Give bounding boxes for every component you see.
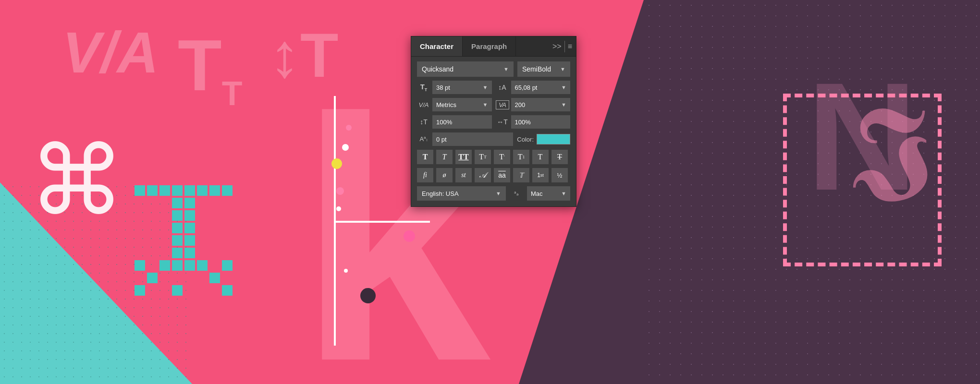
tab-paragraph[interactable]: Paragraph (463, 36, 516, 56)
ot-btn-swash[interactable]: 𝒜 (475, 168, 491, 182)
font-size-value: 38 pt (436, 84, 450, 91)
font-size-icon: TT (417, 83, 430, 92)
leading-input[interactable]: 65,08 pt ▼ (511, 81, 571, 94)
font-size-chevron-icon: ▼ (483, 84, 488, 90)
antialias-label: ᵃₐ (514, 190, 519, 197)
expand-icon[interactable]: >> (552, 42, 562, 51)
vertical-scale-icon: ↕T (417, 118, 430, 126)
baseline-input[interactable]: 0 pt (432, 132, 513, 146)
dashed-selection-rect (783, 94, 942, 266)
white-dot-2 (336, 206, 341, 211)
type-style-row: T T TT TT T' T1 T T (417, 150, 570, 164)
pink-dot-2 (404, 230, 415, 242)
kerning-value-icon: VA (496, 100, 509, 109)
horizontal-scale-value: 100% (515, 119, 531, 126)
horizontal-scale-input[interactable]: 100% (511, 115, 571, 129)
tab-paragraph-label: Paragraph (471, 42, 507, 50)
color-group: Color: (517, 134, 570, 144)
style-btn-subscript[interactable]: TT (475, 150, 491, 164)
baseline-icon: Aa↕ (417, 135, 430, 143)
horizontal-scale-group: ↔T 100% (496, 115, 571, 129)
tab-character-label: Character (420, 42, 453, 50)
panel-body: Quicksand ▼ SemiBold ▼ TT 38 pt ▼ ↕A 65,… (411, 57, 576, 206)
dark-dot-1 (360, 288, 376, 303)
ot-btn-ligature[interactable]: fi (417, 168, 433, 182)
kerning-value-display: 200 (515, 101, 526, 108)
kerning-value-chevron-icon: ▼ (561, 102, 566, 108)
style-btn-bold[interactable]: T (417, 150, 433, 164)
character-panel: Character Paragraph >> ≡ Quicksand ▼ Sem… (411, 36, 576, 207)
font-family-value: Quicksand (422, 65, 453, 73)
font-family-chevron-icon: ▼ (503, 66, 509, 72)
baseline-color-row: Aa↕ 0 pt Color: (417, 132, 570, 146)
yellow-dot (331, 158, 342, 169)
font-size-group: TT 38 pt ▼ (417, 81, 492, 94)
white-dot (342, 144, 349, 151)
ot-btn-oldstyle[interactable]: ø (436, 168, 453, 182)
opentype-row: fi ø st 𝒜 aa 𝕋 1st ½ (417, 168, 570, 182)
font-size-leading-row: TT 38 pt ▼ ↕A 65,08 pt ▼ (417, 81, 570, 94)
antialias-icon: ᵃₐ (510, 190, 523, 197)
pixel-art-t (135, 185, 234, 298)
kerning-type-chevron-icon: ▼ (483, 102, 488, 108)
kerning-value-input[interactable]: 200 ▼ (511, 98, 571, 111)
style-btn-underline[interactable]: TT (455, 150, 472, 164)
ot-btn-historical[interactable]: st (455, 168, 472, 182)
vertical-scale-input[interactable]: 100% (432, 115, 492, 129)
baseline-group: Aa↕ 0 pt (417, 132, 513, 146)
vertical-scale-value: 100% (436, 119, 452, 126)
baseline-value: 0 pt (436, 136, 447, 143)
antialias-select[interactable]: Mac ▼ (527, 186, 570, 201)
pink-dot-1 (336, 187, 344, 195)
font-size-input[interactable]: 38 pt ▼ (432, 81, 492, 94)
horizontal-line-decoration (334, 221, 430, 223)
antialias-chevron-icon: ▼ (561, 191, 566, 196)
language-antialias-row: English: USA ▼ ᵃₐ Mac ▼ (417, 186, 570, 201)
horizontal-scale-icon: ↔T (496, 118, 509, 126)
leading-value: 65,08 pt (515, 84, 538, 91)
scale-row: ↕T 100% ↔T 100% (417, 115, 570, 129)
menu-icon[interactable]: ≡ (568, 42, 572, 51)
language-chevron-icon: ▼ (496, 191, 501, 196)
kerning-icon: V/A (417, 101, 430, 108)
style-btn-italic[interactable]: T (436, 150, 453, 164)
font-weight-value: SemiBold (522, 65, 551, 73)
white-dot-3 (344, 269, 348, 273)
antialias-value: Mac (531, 190, 543, 197)
ot-btn-ordinal[interactable]: 1st (532, 168, 549, 182)
font-weight-chevron-icon: ▼ (560, 66, 565, 72)
ot-btn-italic-caps[interactable]: 𝕋 (513, 168, 529, 182)
vertical-scale-group: ↕T 100% (417, 115, 492, 129)
panel-tab-icons: >> ≡ (552, 41, 576, 52)
tab-character[interactable]: Character (411, 36, 463, 56)
ot-btn-overline[interactable]: aa (494, 168, 510, 182)
kerning-type-group: V/A Metrics ▼ (417, 98, 492, 111)
panel-tabs: Character Paragraph >> ≡ (411, 36, 576, 57)
font-family-select[interactable]: Quicksand ▼ (417, 61, 514, 77)
color-swatch[interactable] (537, 134, 570, 144)
kerning-type-value: Metrics (436, 101, 456, 108)
leading-chevron-icon: ▼ (561, 84, 566, 90)
kerning-row: V/A Metrics ▼ VA 200 ▼ (417, 98, 570, 111)
font-family-row: Quicksand ▼ SemiBold ▼ (417, 61, 570, 77)
style-btn-superscript[interactable]: T' (494, 150, 510, 164)
kerning-type-input[interactable]: Metrics ▼ (432, 98, 492, 111)
language-select[interactable]: English: USA ▼ (417, 186, 506, 201)
style-btn-small-caps[interactable]: T1 (513, 150, 529, 164)
language-value: English: USA (422, 190, 459, 197)
leading-group: ↕A 65,08 pt ▼ (496, 81, 571, 94)
color-label: Color: (517, 136, 534, 143)
style-btn-strikethrough[interactable]: T (551, 150, 568, 164)
font-weight-select[interactable]: SemiBold ▼ (517, 61, 570, 77)
pink-dot-3 (346, 125, 352, 131)
style-btn-allcaps[interactable]: T (532, 150, 549, 164)
ot-btn-fraction[interactable]: ½ (551, 168, 568, 182)
leading-icon: ↕A (496, 84, 509, 91)
kerning-value-group: VA 200 ▼ (496, 98, 571, 111)
